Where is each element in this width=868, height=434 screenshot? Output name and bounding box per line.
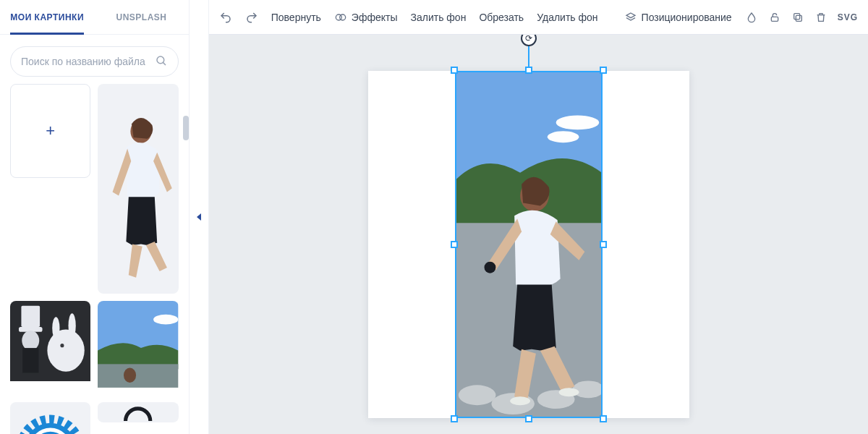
gallery-thumb-badge[interactable] bbox=[10, 402, 90, 434]
gallery-thumb-magician[interactable] bbox=[10, 301, 90, 395]
svg-point-0 bbox=[157, 56, 164, 64]
context-toolbar: Повернуть Эффекты Залить фон Обрезать Уд… bbox=[209, 0, 868, 35]
sidebar-tabs: МОИ КАРТИНКИ UNSPLASH bbox=[0, 0, 189, 35]
tab-my-images[interactable]: МОИ КАРТИНКИ bbox=[0, 0, 94, 34]
svg-rect-8 bbox=[22, 348, 38, 373]
crop-button[interactable]: Обрезать bbox=[479, 12, 524, 23]
chevron-left-icon bbox=[197, 213, 201, 221]
rotate-button[interactable]: Повернуть bbox=[271, 12, 321, 23]
svg-point-9 bbox=[47, 329, 84, 371]
tab-unsplash[interactable]: UNSPLASH bbox=[94, 0, 188, 34]
editor-main: Повернуть Эффекты Залить фон Обрезать Уд… bbox=[209, 0, 868, 434]
svg-point-38 bbox=[510, 396, 530, 405]
image-gallery: + bbox=[0, 84, 189, 434]
panel-collapse[interactable] bbox=[189, 0, 209, 434]
svg-point-39 bbox=[558, 388, 579, 396]
svg-point-16 bbox=[124, 367, 136, 383]
search-icon[interactable] bbox=[155, 54, 168, 69]
svg-point-10 bbox=[52, 317, 59, 339]
positioning-button[interactable]: Позиционирование bbox=[624, 11, 732, 24]
search-input[interactable] bbox=[21, 56, 155, 67]
selected-image[interactable]: ⟳ bbox=[455, 71, 603, 418]
svg-line-1 bbox=[163, 62, 166, 65]
gallery-thumb-person-cutout[interactable] bbox=[98, 84, 178, 294]
opacity-icon[interactable] bbox=[745, 11, 758, 24]
delete-icon[interactable] bbox=[814, 11, 827, 24]
add-image-tile[interactable]: + bbox=[10, 84, 90, 178]
svg-point-24 bbox=[340, 14, 346, 20]
svg-rect-25 bbox=[771, 17, 778, 21]
gallery-thumb-landscape[interactable] bbox=[98, 301, 178, 395]
svg-point-12 bbox=[60, 344, 64, 347]
effects-button[interactable]: Эффекты bbox=[334, 11, 398, 24]
sidebar-scrollbar[interactable] bbox=[183, 116, 189, 140]
svg-rect-13 bbox=[98, 301, 178, 351]
svg-point-14 bbox=[153, 315, 178, 325]
resize-handle-tr[interactable] bbox=[600, 67, 607, 74]
canvas[interactable]: ⟳ bbox=[209, 35, 868, 434]
rotation-handle[interactable]: ⟳ bbox=[521, 35, 537, 46]
svg-rect-5 bbox=[21, 306, 40, 327]
svg-point-32 bbox=[459, 385, 496, 405]
lock-icon[interactable] bbox=[768, 11, 781, 24]
resize-handle-r[interactable] bbox=[600, 241, 607, 248]
resize-handle-tl[interactable] bbox=[451, 67, 458, 74]
search-field[interactable] bbox=[10, 46, 179, 77]
resize-handle-b[interactable] bbox=[525, 415, 532, 422]
redo-icon[interactable] bbox=[245, 11, 258, 24]
image-content bbox=[455, 71, 603, 418]
layers-icon bbox=[624, 11, 637, 24]
undo-icon[interactable] bbox=[219, 11, 232, 24]
svg-point-37 bbox=[484, 262, 495, 273]
sidebar: МОИ КАРТИНКИ UNSPLASH + bbox=[0, 0, 189, 434]
resize-handle-l[interactable] bbox=[451, 241, 458, 248]
remove-bg-button[interactable]: Удалить фон bbox=[537, 12, 597, 23]
resize-handle-t[interactable] bbox=[525, 67, 532, 74]
svg-rect-26 bbox=[796, 15, 801, 21]
svg-rect-22 bbox=[98, 404, 178, 421]
svg-point-7 bbox=[22, 331, 39, 350]
gallery-thumb-partial[interactable] bbox=[98, 402, 178, 422]
copy-icon[interactable] bbox=[791, 11, 804, 24]
svg-point-29 bbox=[556, 116, 599, 130]
resize-handle-bl[interactable] bbox=[451, 415, 458, 422]
plus-icon: + bbox=[46, 122, 55, 140]
svg-rect-27 bbox=[793, 13, 799, 19]
svg-point-30 bbox=[548, 131, 579, 142]
fill-bg-button[interactable]: Залить фон bbox=[411, 12, 467, 23]
svg-point-11 bbox=[68, 313, 75, 338]
export-svg-button[interactable]: SVG bbox=[838, 12, 858, 22]
resize-handle-br[interactable] bbox=[600, 415, 607, 422]
svg-rect-15 bbox=[98, 364, 178, 388]
effects-icon bbox=[334, 11, 347, 24]
